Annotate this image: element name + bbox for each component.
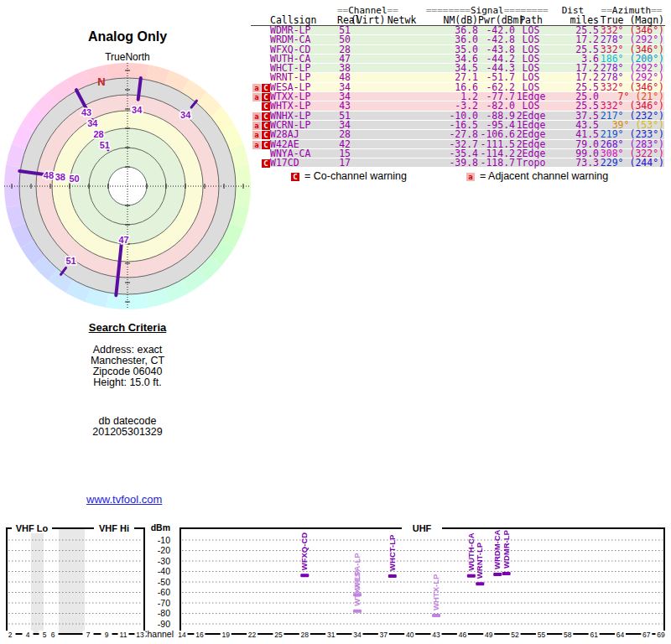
adjacent-channel-warning-icon: a [252,93,261,101]
station-callsign-label: WHTX-LP [431,574,440,610]
network-cell [377,26,426,34]
network-cell [377,130,426,138]
station-callsign-label: WRNT-LP [475,542,484,579]
dbm-tick-label: -50 [158,577,170,587]
tvfool-link[interactable]: www.tvfool.com [86,493,162,506]
azimuth-color-sector [106,63,127,80]
channel-tick-label: 11 [120,631,127,639]
co-channel-warning-icon: C [262,122,270,130]
channel-tick-label: 2 [8,631,13,639]
miles-cell: 73.3 [547,158,599,167]
co-channel-flag-icon: C [291,173,299,181]
radar-channel-label: 34 [180,110,191,120]
azimuth-color-sector [4,186,21,208]
channel-tick-label: 4 [26,631,30,639]
dbm-tick-label: -60 [158,587,170,597]
adjacent-channel-flag-icon: a [466,173,475,181]
adjacent-channel-warning-icon: a [252,84,261,92]
channel-tick-label: 55 [538,631,546,639]
search-height-line: Height: 15.0 ft. [23,377,232,388]
channel-tick-label: 16 [195,631,204,639]
network-cell [377,73,426,81]
magnetic-azimuth: (244°) [624,157,664,169]
virt-channel-cell [351,83,377,91]
channel-tick-label: 64 [616,631,625,639]
dbm-tick-label: -40 [158,566,170,576]
network-cell [377,83,426,91]
channel-tick-label: 43 [432,631,440,639]
channel-tick-label: 6 [51,631,55,639]
path-cell: Tropo [515,158,547,167]
radar-channel-label: 50 [69,174,79,184]
virt-channel-cell [351,112,377,120]
warning-legend: C = Co-channel warning a = Adjacent chan… [251,170,665,184]
network-cell [377,92,426,101]
azimuth-color-sector [127,293,149,309]
search-criteria: Search Criteria Address: exact Mancheste… [23,322,232,388]
vhf-lo-band-label: VHF Lo [16,523,49,533]
pwr-dbm-cell: -118.7 [478,158,515,167]
radar-channel-label: 48 [44,170,54,180]
adjacent-channel-warning-icon: a [252,141,261,149]
db-datecode-value: 201205301329 [23,427,232,438]
station-signal-marker [300,574,309,577]
station-callsign-label: WHCT-LP [388,534,397,571]
virt-channel-cell [351,73,377,81]
station-signal-marker [432,614,440,617]
virt-channel-cell [351,45,377,54]
dbm-tick-label: -10 [158,535,170,545]
channel-tick-label: 61 [590,631,598,639]
radar-channel-label: 34 [132,105,143,115]
co-channel-warning-icon: C [262,141,270,149]
channel-axis-label: Channel [141,629,174,639]
dbm-axis-label: dBm [151,522,170,532]
col-virt: (Virt) [351,15,377,25]
db-datecode: db datecode 201205301329 [23,416,232,438]
radar-channel-label: 51 [100,140,110,150]
virt-channel-cell [351,130,377,138]
channel-tick-label: 9 [105,631,109,639]
station-signal-marker [353,610,362,613]
dbm-tick-label: -80 [158,608,170,618]
vhf-hi-band-label: VHF Hi [99,523,129,533]
dbm-tick-label: -90 [158,619,170,629]
radar-channel-label: 34 [87,118,98,128]
network-cell [377,55,426,63]
station-callsign-label: WUTH-CA [466,532,476,571]
azimuth-color-sector [234,164,251,186]
station-callsign-label: WFXQ-CD [299,532,309,571]
co-channel-legend-text: = Co-channel warning [304,170,407,182]
channel-tick-label: 58 [564,631,572,639]
virt-channel-cell [351,140,377,148]
table-body: WDMR-LP5136.8-42.0LOS25.5332° (346°)WRDM… [251,26,665,168]
adjacent-channel-warning-icon: a [252,112,261,121]
azimuth-cell: 229° (244°) [599,158,664,167]
radar-title: Analog Only [2,29,253,44]
spectrum-gap-band [31,529,44,633]
radar-plot: 3443342851344838504751N [2,60,253,312]
channel-tick-label: 40 [406,631,414,639]
channel-tick-label: 31 [327,631,336,639]
co-channel-warning-icon: C [262,112,270,121]
virt-channel-cell [351,149,377,158]
co-channel-warning-icon: C [262,131,270,139]
co-channel-warning-icon: C [262,159,270,168]
real-channel-cell: 17 [337,158,351,167]
radar-channel-label: 28 [93,129,103,139]
channel-tick-label: 13 [136,631,144,639]
station-table: ==Channel== ========Signal======== Dist … [251,6,665,168]
station-signal-marker [493,573,502,576]
network-cell [377,149,426,158]
channel-tick-label: 49 [485,631,493,639]
network-cell [377,158,426,167]
co-channel-warning-icon: C [262,93,270,101]
network-cell [377,140,426,148]
station-callsign-label: WRDM-CA [492,529,502,569]
co-channel-warning-icon: C [262,102,270,111]
virt-channel-cell [351,101,377,110]
station-signal-marker [502,572,511,575]
adjacent-channel-warning-icon: a [252,122,261,130]
channel-tick-label: 28 [301,631,309,639]
virt-channel-cell [351,92,377,101]
search-criteria-title: Search Criteria [23,322,232,333]
